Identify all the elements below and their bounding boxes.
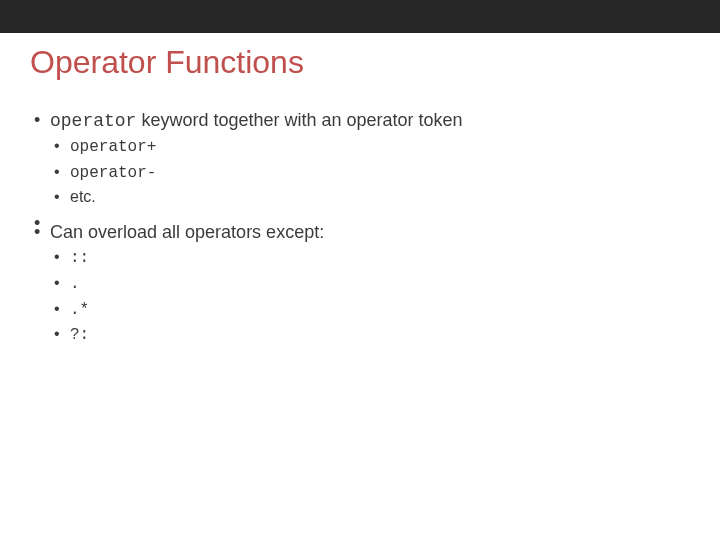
top-bar (0, 0, 720, 33)
bullet-list-level2: :: . .* ?: (50, 246, 690, 346)
bullet-item: . (50, 272, 690, 296)
code-text: operator+ (70, 138, 156, 156)
bullet-item: operator- (50, 161, 690, 185)
slide: Operator Functions operator keyword toge… (0, 0, 720, 540)
body-text: etc. (70, 188, 96, 205)
bullet-item: Can overload all operators except: :: . … (30, 220, 690, 347)
bullet-item: ?: (50, 323, 690, 347)
code-text: :: (70, 249, 89, 267)
body-text: keyword together with an operator token (136, 110, 462, 130)
bullet-item: operator+ (50, 135, 690, 159)
slide-body: operator keyword together with an operat… (30, 108, 690, 350)
code-text: .* (70, 301, 89, 319)
body-text: Can overload all operators except: (50, 222, 324, 242)
code-text: . (70, 275, 80, 293)
bullet-item: :: (50, 246, 690, 270)
spacer (30, 211, 690, 217)
code-text: operator (50, 111, 136, 131)
bullet-item: etc. (50, 186, 690, 208)
bullet-list-level2: operator+ operator- etc. (50, 135, 690, 208)
bullet-item: operator keyword together with an operat… (30, 108, 690, 208)
code-text: ?: (70, 326, 89, 344)
bullet-list-level1: operator keyword together with an operat… (30, 108, 690, 347)
bullet-item: .* (50, 298, 690, 322)
slide-title: Operator Functions (30, 44, 304, 81)
code-text: operator- (70, 164, 156, 182)
